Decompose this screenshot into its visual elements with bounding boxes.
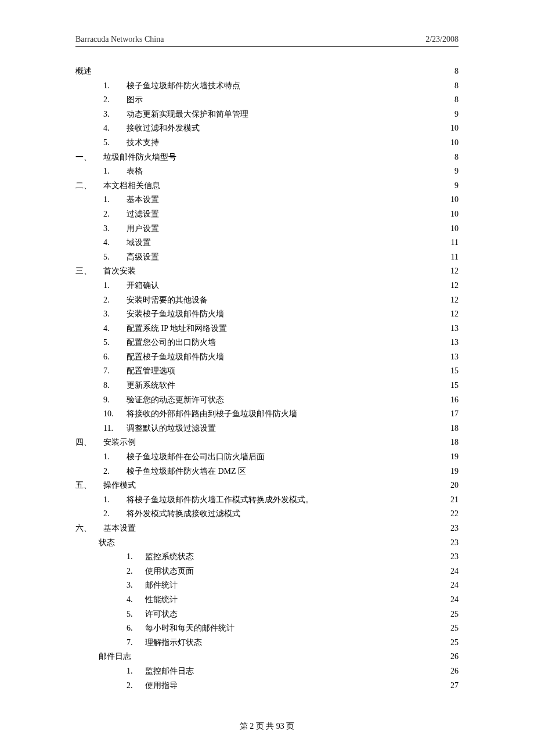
page-footer: 第 2 页 共 93 页: [0, 721, 534, 732]
toc-page-number: 15: [447, 364, 459, 379]
toc-row: 1.开箱确认12: [75, 279, 459, 293]
toc-row: 五、操作模式20: [75, 478, 459, 493]
toc-item-number: 5.: [103, 336, 127, 350]
toc-subsection-title: 状态: [99, 536, 115, 550]
toc-subitem-number: 1.: [127, 550, 145, 564]
toc-item-number: 7.: [103, 364, 127, 379]
toc-subitem-number: 4.: [127, 593, 145, 607]
toc-item-title: 表格: [127, 164, 143, 179]
toc-row: 1.表格9: [75, 164, 459, 179]
toc-row: 2.梭子鱼垃圾邮件防火墙在 DMZ 区19: [75, 465, 459, 479]
toc-row: 4.接收过滤和外发模式10: [75, 121, 459, 136]
toc-subitem-title: 邮件统计: [145, 578, 178, 593]
toc-item-number: 4.: [103, 322, 127, 336]
toc-page-number: 18: [447, 422, 459, 436]
toc-section-title: 安装示例: [103, 435, 136, 450]
toc-page-number: 9: [447, 164, 459, 179]
toc-row: 5.技术支持10: [75, 136, 459, 150]
toc-item-title: 技术支持: [127, 136, 159, 150]
toc-item-title: 配置梭子鱼垃圾邮件防火墙: [127, 350, 224, 365]
toc-item-title: 域设置: [127, 236, 151, 250]
toc-subitem-title: 监控邮件日志: [145, 664, 194, 679]
toc-row: 二、本文档相关信息9: [75, 179, 459, 193]
table-of-contents: 概述81.梭子鱼垃圾邮件防火墙技术特点82.图示83.动态更新实现最大保护和简单…: [75, 64, 459, 693]
toc-item-title: 配置系统 IP 地址和网络设置: [127, 322, 227, 336]
toc-subitem-number: 3.: [127, 578, 145, 593]
toc-subitem-title: 性能统计: [145, 593, 178, 607]
toc-row: 1.监控邮件日志26: [75, 664, 459, 679]
toc-subitem-number: 1.: [127, 664, 145, 679]
toc-page-number: 13: [447, 336, 459, 350]
toc-row: 3.用户设置10: [75, 222, 459, 236]
toc-page-number: 12: [447, 307, 459, 322]
toc-row: 4.配置系统 IP 地址和网络设置13: [75, 322, 459, 336]
toc-page-number: 27: [447, 679, 459, 693]
toc-row: 2.使用指导27: [75, 679, 459, 693]
toc-row: 概述8: [75, 64, 459, 79]
toc-item-title: 动态更新实现最大保护和简单管理: [127, 107, 248, 122]
document-page: Barracuda Networks China 2/23/2008 概述81.…: [0, 0, 534, 756]
toc-item-title: 接收过滤和外发模式: [127, 121, 200, 136]
toc-subitem-number: 6.: [127, 621, 145, 636]
toc-page-number: 10: [447, 193, 459, 207]
header-right: 2/23/2008: [425, 35, 459, 44]
toc-item-number: 1.: [103, 164, 127, 179]
toc-section-number: 二、: [75, 179, 103, 193]
toc-page-number: 22: [447, 507, 459, 521]
toc-item-title: 梭子鱼垃圾邮件在公司出口防火墙后面: [127, 450, 265, 465]
toc-item-title: 梭子鱼垃圾邮件防火墙在 DMZ 区: [127, 465, 246, 479]
toc-row: 1.将梭子鱼垃圾邮件防火墙工作模式转换成外发模式。21: [75, 493, 459, 507]
toc-page-number: 25: [447, 636, 459, 650]
toc-item-title: 基本设置: [127, 193, 159, 207]
toc-item-number: 4.: [103, 236, 127, 250]
toc-row: 3.动态更新实现最大保护和简单管理9: [75, 107, 459, 122]
toc-row: 5.配置您公司的出口防火墙13: [75, 336, 459, 350]
toc-item-number: 2.: [103, 93, 127, 107]
toc-page-number: 9: [447, 179, 459, 193]
toc-page-number: 8: [447, 64, 459, 79]
toc-subitem-title: 使用指导: [145, 679, 178, 693]
toc-item-title: 图示: [127, 93, 143, 107]
toc-row: 4.域设置11: [75, 236, 459, 250]
toc-section-title: 垃圾邮件防火墙型号: [103, 150, 176, 165]
toc-page-number: 10: [447, 136, 459, 150]
toc-row: 三、首次安装12: [75, 264, 459, 279]
toc-page-number: 25: [447, 607, 459, 622]
toc-page-number: 20: [447, 478, 459, 493]
toc-subitem-number: 2.: [127, 564, 145, 579]
toc-row: 2.安装时需要的其他设备12: [75, 293, 459, 308]
toc-item-title: 梭子鱼垃圾邮件防火墙技术特点: [127, 79, 240, 93]
toc-item-number: 3.: [103, 307, 127, 322]
toc-item-title: 过滤设置: [127, 207, 159, 222]
toc-item-number: 1.: [103, 450, 127, 465]
toc-item-number: 5.: [103, 250, 127, 265]
toc-subsection-title: 邮件日志: [99, 650, 131, 664]
toc-row: 四、安装示例18: [75, 435, 459, 450]
toc-subitem-number: 5.: [127, 607, 145, 622]
toc-row: 7.配置管理选项15: [75, 364, 459, 379]
toc-subitem-title: 许可状态: [145, 607, 178, 622]
toc-page-number: 23: [447, 521, 459, 536]
toc-item-title: 安装梭子鱼垃圾邮件防火墙: [127, 307, 224, 322]
toc-page-number: 12: [447, 293, 459, 308]
toc-item-number: 1.: [103, 193, 127, 207]
toc-page-number: 17: [447, 407, 459, 422]
toc-row: 3.安装梭子鱼垃圾邮件防火墙12: [75, 307, 459, 322]
toc-subitem-title: 监控系统状态: [145, 550, 194, 564]
toc-row: 1.梭子鱼垃圾邮件防火墙技术特点8: [75, 79, 459, 93]
toc-row: 2.图示8: [75, 93, 459, 107]
toc-item-number: 5.: [103, 136, 127, 150]
toc-page-number: 24: [447, 593, 459, 607]
toc-item-number: 2.: [103, 293, 127, 308]
toc-section-number: 六、: [75, 521, 103, 536]
toc-page-number: 23: [447, 536, 459, 550]
toc-page-number: 19: [447, 465, 459, 479]
toc-page-number: 24: [447, 578, 459, 593]
toc-row: 3.邮件统计24: [75, 578, 459, 593]
toc-section-title: 操作模式: [103, 478, 136, 493]
toc-page-number: 18: [447, 435, 459, 450]
toc-row: 1.梭子鱼垃圾邮件在公司出口防火墙后面19: [75, 450, 459, 465]
toc-section-number: 一、: [75, 150, 103, 165]
toc-item-number: 1.: [103, 493, 127, 507]
toc-page-number: 23: [447, 550, 459, 564]
